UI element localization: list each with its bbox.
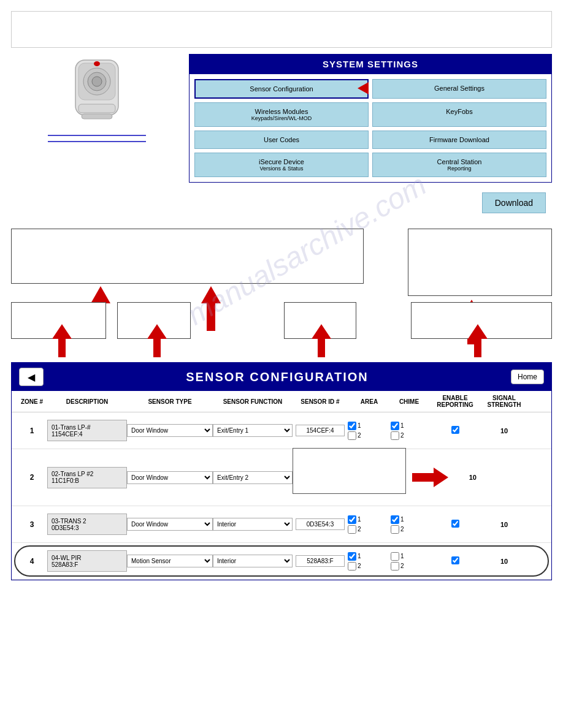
area-check-1[interactable]: 1 <box>348 515 361 524</box>
col-zone: ZONE # <box>17 393 47 409</box>
wireless-modules-label: Wireless Modules <box>255 108 308 115</box>
desc-line2: 1154CEF:4 <box>52 431 123 438</box>
central-station-button[interactable]: Central Station Reporting <box>372 153 546 177</box>
description-box: 04-WL PIR 528A83:F <box>47 550 127 572</box>
home-button[interactable]: Home <box>511 370 544 384</box>
back-button[interactable]: ◀ <box>19 368 44 386</box>
chime-cb-2[interactable] <box>391 431 399 440</box>
sensor-id-empty-box <box>293 448 406 494</box>
chime-cell: 1 2 <box>391 515 427 534</box>
enable-reporting-cb[interactable] <box>451 426 459 434</box>
sensor-link[interactable] <box>48 135 146 136</box>
area-check-1[interactable]: 1 <box>348 422 361 430</box>
wireless-modules-sub: Keypads/Siren/WL-MOD <box>197 115 366 121</box>
chime-cb-2[interactable] <box>391 562 399 571</box>
keyfobs-button[interactable]: KeyFobs <box>372 102 546 127</box>
firmware-download-button[interactable]: Firmware Download <box>372 131 546 149</box>
sensor-type-cell[interactable]: Door Window Motion Sensor <box>127 471 213 484</box>
sensor-type-select[interactable]: Door Window Motion Sensor <box>127 424 213 437</box>
enable-reporting-cell[interactable] <box>427 520 483 529</box>
diagram-box-right <box>408 229 552 296</box>
col-signal-strength: SIGNAL STRENGTH <box>483 393 526 409</box>
desc-line1: 04-WL PIR <box>52 555 123 561</box>
sensor-function-cell[interactable]: Exit/Entry 1 Exit/Entry 2 Interior <box>213 424 293 437</box>
sensor-type-cell[interactable]: Door Window Motion Sensor <box>127 518 213 531</box>
area-cb-1[interactable] <box>348 515 356 524</box>
area-cb-2[interactable] <box>348 431 356 440</box>
user-codes-button[interactable]: User Codes <box>194 131 369 149</box>
area-check-2[interactable]: 2 <box>348 431 361 440</box>
general-settings-button[interactable]: General Settings <box>372 79 546 99</box>
signal-strength-cell: 10 <box>483 521 526 528</box>
sensor-type-select[interactable]: Door Window Motion Sensor <box>127 471 213 484</box>
chime-check-2[interactable]: 2 <box>391 562 404 571</box>
sensor-function-select[interactable]: Exit/Entry 1 Exit/Entry 2 Interior <box>213 518 293 531</box>
sensor-function-select[interactable]: Exit/Entry 1 Exit/Entry 2 Interior <box>213 471 293 484</box>
sensor-type-select[interactable]: Door Window Motion Sensor <box>127 518 213 531</box>
left-panel <box>11 54 183 219</box>
sensor-function-select[interactable]: Exit/Entry 1 Exit/Entry 2 Interior <box>213 424 293 437</box>
right-panel: SYSTEM SETTINGS Sensor Configuration Gen… <box>189 54 552 219</box>
enable-reporting-cb[interactable] <box>451 556 459 564</box>
table-header: ZONE # DESCRIPTION SENSOR TYPE SENSOR FU… <box>12 391 551 412</box>
sensor-function-select[interactable]: Exit/Entry 1 Exit/Entry 2 Interior <box>213 555 293 567</box>
area-cb-1[interactable] <box>348 552 356 561</box>
area-cell: 1 2 <box>348 515 391 534</box>
chime-cb-2[interactable] <box>391 525 399 534</box>
user-codes-label: User Codes <box>264 136 299 143</box>
description-box: 01-Trans LP-# 1154CEF:4 <box>47 420 127 441</box>
arrow-up-b3 <box>312 324 331 357</box>
chime-cb-1[interactable] <box>391 515 399 524</box>
sensor-type-cell[interactable]: Door Window Motion Sensor <box>127 555 213 567</box>
chime-checkboxes: 1 2 <box>391 422 427 440</box>
chime-cell: 1 2 <box>391 552 427 571</box>
area-cb-2[interactable] <box>348 525 356 534</box>
sensor-type-cell[interactable]: Door Window Motion Sensor <box>127 424 213 437</box>
description-box: 02-Trans LP #2 11C1F0:B <box>47 467 127 488</box>
sensor-id-input[interactable] <box>296 555 345 567</box>
sensor-function-cell[interactable]: Exit/Entry 1 Exit/Entry 2 Interior <box>213 555 293 567</box>
firmware-download-label: Firmware Download <box>429 136 489 143</box>
sensor-id-cell <box>293 425 348 436</box>
area-check-2[interactable]: 2 <box>348 525 361 534</box>
chime-check-1[interactable]: 1 <box>391 422 404 430</box>
chime-cb-1[interactable] <box>391 422 399 430</box>
sensor-id-input[interactable] <box>296 518 345 530</box>
sensor-image-container <box>69 54 124 127</box>
enable-reporting-cell[interactable] <box>427 426 483 435</box>
keyfobs-label: KeyFobs <box>446 108 472 115</box>
sensor-config-button[interactable]: Sensor Configuration <box>194 79 369 99</box>
zone-number: 1 <box>17 427 47 435</box>
chime-check-2[interactable]: 2 <box>391 525 404 534</box>
isecure-device-sub: Versions & Status <box>197 165 366 172</box>
area-check-2[interactable]: 2 <box>348 562 361 571</box>
sensor-function-cell[interactable]: Exit/Entry 1 Exit/Entry 2 Interior <box>213 518 293 531</box>
area-check-1[interactable]: 1 <box>348 552 361 561</box>
chime-check-1[interactable]: 1 <box>391 552 404 561</box>
sensor-id-input[interactable] <box>296 425 345 436</box>
sensor-type-select[interactable]: Door Window Motion Sensor <box>127 555 213 567</box>
sensor-function-cell[interactable]: Exit/Entry 1 Exit/Entry 2 Interior <box>213 471 293 484</box>
download-button[interactable]: Download <box>482 192 546 213</box>
isecure-device-button[interactable]: iSecure Device Versions & Status <box>194 153 369 177</box>
sensor-config-header: ◀ SENSOR CONFIGURATION Home <box>12 363 551 391</box>
chime-cb-1[interactable] <box>391 552 399 561</box>
area-cell: 1 2 <box>348 422 391 440</box>
enable-reporting-cell[interactable] <box>427 556 483 566</box>
area-cb-1[interactable] <box>348 422 356 430</box>
arrow-up-b4 <box>468 324 488 357</box>
enable-reporting-cb[interactable] <box>451 520 459 528</box>
table-row: 4 04-WL PIR 528A83:F Door Window Motion … <box>12 543 551 580</box>
chime-checkboxes: 1 2 <box>391 515 427 534</box>
wireless-modules-button[interactable]: Wireless Modules Keypads/Siren/WL-MOD <box>194 102 369 127</box>
top-header-box <box>11 11 552 48</box>
zone-number: 4 <box>17 557 47 566</box>
area-cb-2[interactable] <box>348 562 356 571</box>
chime-check-2[interactable]: 2 <box>391 431 404 440</box>
arrow-up-2 <box>201 286 221 331</box>
desc-line1: 01-Trans LP-# <box>52 424 123 431</box>
table-row: 1 01-Trans LP-# 1154CEF:4 Door Window Mo… <box>12 412 551 449</box>
svg-rect-7 <box>82 114 112 119</box>
diagram-box-top <box>11 229 364 284</box>
chime-check-1[interactable]: 1 <box>391 515 404 524</box>
